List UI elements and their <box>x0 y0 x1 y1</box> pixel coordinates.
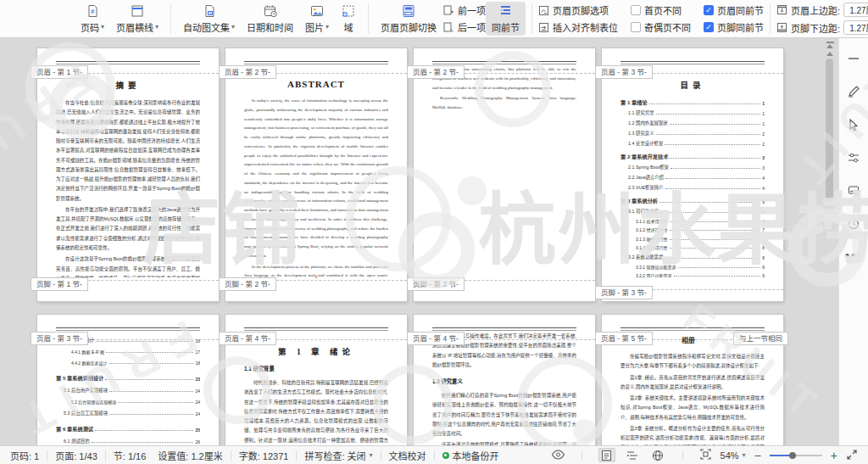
status-setting-value: 设置值: 1.2厘米 <box>158 449 222 462</box>
align-tab-icon <box>538 22 549 33</box>
footer-bottom-margin-input[interactable]: 1.27厘米 <box>843 20 868 35</box>
zoom-slider-knob[interactable] <box>789 452 796 459</box>
chevron-down-icon: ▾ <box>370 452 373 459</box>
scroll-up-icon[interactable] <box>825 52 835 56</box>
toc-entry: 3.2.2 用户功能需求9 <box>620 272 765 277</box>
header-top-margin-input[interactable]: 1.27厘米 <box>843 3 868 17</box>
prev-item-button[interactable]: 前一项 <box>442 3 486 17</box>
header-underline <box>620 327 765 331</box>
document-page[interactable]: 页眉 - 第 3 节-4.4 数据库设计164.4.1 数据 E-R 图174.… <box>37 315 219 445</box>
page-view-icon[interactable] <box>598 448 615 462</box>
status-page-count: 页面: 1/43 <box>55 449 97 462</box>
document-page[interactable]: 页眉 - 第 5 节-相册与上一节相同在编写婚纱摄影管理系统程序和撰写论文时,需… <box>602 315 783 445</box>
picture-button[interactable]: 图片▾ <box>299 2 335 36</box>
header-same-prev-checkbox[interactable]: 页眉同前节 <box>704 3 764 17</box>
spell-check-dropdown[interactable]: 拼写检查: 关闭▾ <box>304 449 372 462</box>
page-content[interactable]: ABSTRACTIn today's society, the wave of … <box>244 79 388 277</box>
prev-item-label: 前一项 <box>458 3 486 17</box>
toc-entry: 6.1 测试目的26 <box>56 438 200 444</box>
page-content[interactable]: that through our unremitting efforts, th… <box>432 65 576 277</box>
signature-stamp-icon[interactable] <box>847 184 860 198</box>
toc-entry: 4.4.1 数据 E-R 图17 <box>56 349 200 355</box>
history-clock-icon[interactable] <box>847 217 860 231</box>
document-canvas[interactable]: 页眉 - 第 1 节-摘要在当今社会,信息技术的浪潮席卷全球,深刻影响着各行各业… <box>0 38 822 445</box>
document-page[interactable]: 页眉 - 第 1 节-摘要在当今社会,信息技术的浪潮席卷全球,深刻影响着各行各业… <box>37 48 219 301</box>
field-button[interactable]: 域 <box>335 2 362 36</box>
body-paragraph: Keywords: Wedding Photography Management… <box>432 94 576 113</box>
zoom-in-icon[interactable]: + <box>831 450 837 461</box>
page-number-button[interactable]: # 页码▾ <box>75 2 110 36</box>
footer-bottom-margin-value: 1.27厘米 <box>849 21 868 34</box>
header-same-prev-label: 页眉同前节 <box>717 3 764 17</box>
toolbar-divider <box>170 3 171 34</box>
page-content[interactable]: 在编写婚纱摄影管理系统程序和撰写论文时,需将文档设计概括主要分为六大章,每章节下… <box>620 352 765 445</box>
toolbar-divider <box>624 3 625 34</box>
page-content[interactable]: 4.4 数据库设计164.4.1 数据 E-R 图174.4.2 数据库表设计1… <box>56 332 200 445</box>
header-top-margin-value: 1.27厘米 <box>849 3 868 16</box>
chevron-down-icon: ▾ <box>231 24 235 31</box>
scrollbar-thumb[interactable] <box>826 59 833 203</box>
fit-page-icon[interactable] <box>699 448 712 462</box>
document-page[interactable]: 页眉 - 第 3 节-目录第 1 章绪论11.1 研究背景11.2 国内外发展现… <box>602 48 783 301</box>
toc-entry: 第 2 章系统开发技术3 <box>620 153 765 160</box>
diff-odd-even-checkbox[interactable]: 奇偶页不同 <box>631 20 691 34</box>
page-content[interactable]: 摘要在当今社会,信息技术的浪潮席卷全球,深刻影响着各行各业的发展轨迹,已无缝融入… <box>56 79 200 277</box>
zoom-slider[interactable] <box>770 455 822 456</box>
more-dots-icon[interactable]: ●●● <box>844 250 862 260</box>
collapse-line-icon[interactable] <box>847 52 860 65</box>
web-view-icon[interactable] <box>649 448 666 462</box>
diff-first-page-label: 首页不同 <box>644 3 682 17</box>
status-divider <box>434 450 435 461</box>
date-time-button[interactable]: 日期和时间 <box>241 2 299 36</box>
zoom-out-icon[interactable]: − <box>754 450 761 461</box>
zoom-level-dropdown[interactable]: 54%▾ <box>721 450 746 461</box>
section-heading: 1.1 研究背景 <box>244 365 388 372</box>
same-section-button[interactable]: 同前节 <box>486 2 526 36</box>
status-divider <box>381 450 381 461</box>
toc-entry: 第 6 章系统测试25 <box>56 425 200 433</box>
document-page[interactable]: 页眉 - 第 4 节-第 1 章 绪论1.1 研究背景时代的进步、科技的日新月异… <box>225 315 407 445</box>
body-paragraph: 第1章: 绪论。首先从项目的背景开始进行讲述,然后阐述项目开发的意义,国内外发展… <box>620 373 765 393</box>
header-underline <box>432 327 576 331</box>
eye-preview-icon[interactable] <box>551 449 565 462</box>
document-page[interactable]: 页眉 - 第 2 节-that through our unremitting … <box>414 48 595 301</box>
zoom-level-value: 54% <box>721 450 739 461</box>
checkbox-checked-icon <box>704 5 714 15</box>
header-section-label: 页眉 - 第 1 节- <box>31 65 88 79</box>
next-item-label: 后一项 <box>458 20 486 34</box>
page-content[interactable]: 第 1 章 绪论1.1 研究背景时代的进步、科技的日新月异,特别是互联网的迅猛发… <box>244 345 388 445</box>
page-content[interactable]: 目录第 1 章绪论11.1 研究背景11.2 国内外发展现状11.3 研究意义2… <box>620 79 765 277</box>
footer-same-prev-label: 页脚同前节 <box>717 20 764 34</box>
fullscreen-icon[interactable] <box>846 449 858 462</box>
next-item-button[interactable]: 后一项 <box>442 20 486 34</box>
insert-align-tab-button[interactable]: 插入对齐制表位 <box>538 20 618 34</box>
vertical-scrollbar[interactable] <box>822 38 837 445</box>
autotext-button[interactable]: N 自动图文集▾ <box>177 2 241 36</box>
outline-view-icon[interactable] <box>624 448 641 462</box>
header-line-button[interactable]: 页眉横线▾ <box>110 2 164 36</box>
diff-first-page-checkbox[interactable]: 首页不同 <box>631 3 691 17</box>
status-page-number: 页码: 1 <box>10 449 39 462</box>
chevron-down-icon: ▾ <box>326 24 329 31</box>
local-backup-status[interactable]: 本地备份开 <box>442 449 499 462</box>
switch-header-footer-button[interactable]: 页眉页脚切换 <box>375 2 442 36</box>
document-page[interactable]: 页眉 - 第 2 节-ABSTRACTIn today's society, t… <box>225 48 407 301</box>
page-content[interactable]: 习惯的学习成本与操作难度。在此背景下,我们决定着手开发一套系统,通过迅速掌握婚纱… <box>432 332 576 445</box>
page-title: 目录 <box>620 79 765 91</box>
right-tool-sidebar: ●●● <box>838 38 868 445</box>
header-footer-options-button[interactable]: 页眉页脚选项 <box>538 3 618 17</box>
toc-entry: 1.3 研究意义2 <box>620 130 765 137</box>
pencil-edit-icon[interactable] <box>847 85 860 98</box>
adjust-sliders-icon[interactable] <box>847 151 860 165</box>
proofread-button[interactable]: 文档校对 <box>389 449 426 462</box>
switch-header-footer-label: 页眉页脚切换 <box>381 20 437 34</box>
document-page[interactable]: 页眉 - 第 4 节-习惯的学习成本与操作难度。在此背景下,我们决定着手开发一套… <box>414 315 595 445</box>
toc-entry: 5.2 后台管理员实现模块24 <box>56 399 200 405</box>
cursor-select-icon[interactable] <box>847 118 860 131</box>
toc-entry: 第 5 章系统详细设计23 <box>56 374 200 382</box>
toc-entry: 3.1.1 技术可行性6 <box>620 218 765 224</box>
footer-same-prev-checkbox[interactable]: 页脚同前节 <box>704 20 764 34</box>
body-paragraph: 在编写婚纱摄影管理系统程序和撰写论文时,需将文档设计概括主要分为六大章,每章节下… <box>620 352 765 372</box>
scroll-top-icon[interactable] <box>825 42 835 48</box>
svg-text:#: # <box>91 8 95 15</box>
